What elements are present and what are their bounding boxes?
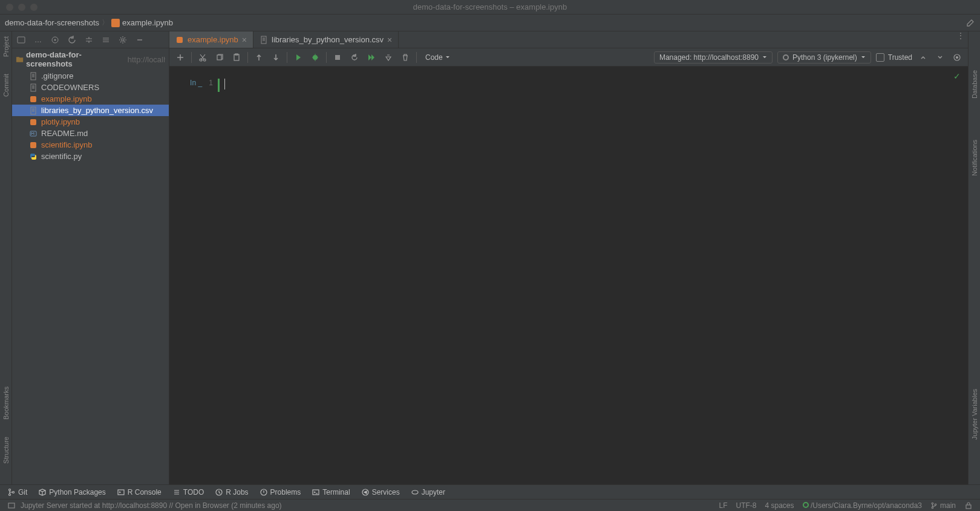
close-window-button[interactable] (6, 4, 13, 11)
jupyter-server-select[interactable]: Managed: http://localhost:8890 (654, 51, 773, 63)
file-item[interactable]: scientific.py (12, 151, 169, 162)
problems-tool-button[interactable]: Problems (260, 488, 301, 496)
edit-config-icon[interactable] (965, 18, 975, 28)
file-item[interactable]: plotly.ipynb (12, 116, 169, 128)
breadcrumb-file[interactable]: example.ipynb (111, 18, 173, 27)
warning-icon (260, 488, 268, 496)
lock-icon[interactable] (964, 501, 973, 510)
notebook-content[interactable]: ✓ In _ 1 (169, 67, 968, 484)
collapse-up-button[interactable] (917, 51, 929, 63)
tabs-more-button[interactable]: ⋮ (957, 31, 968, 48)
svg-point-21 (956, 56, 958, 58)
project-view-select[interactable] (16, 34, 27, 45)
git-branch-status[interactable]: main (930, 501, 956, 510)
project-root[interactable]: demo-data-for-screenshots http://localh (12, 48, 169, 70)
svg-rect-35 (966, 505, 971, 509)
debug-cell-button[interactable] (309, 51, 321, 63)
notifications-tool-button[interactable]: Notifications (971, 137, 978, 178)
select-opened-file-button[interactable] (50, 34, 60, 45)
cell-prompt: In _ 1 (175, 79, 218, 92)
cell-type-select[interactable]: Code (422, 52, 454, 63)
file-list: .gitignoreCODEOWNERSexample.ipynblibrari… (12, 70, 169, 484)
paste-cell-button[interactable] (230, 51, 243, 63)
stop-button[interactable] (332, 51, 344, 63)
commit-tool-button[interactable]: Commit (2, 71, 10, 99)
svg-rect-0 (18, 37, 25, 43)
git-tool-button[interactable]: Git (7, 488, 27, 496)
nb-file-icon (29, 118, 38, 126)
file-item[interactable]: CODEOWNERS (12, 82, 169, 93)
hide-panel-button[interactable] (134, 34, 145, 45)
file-item[interactable]: README.md (12, 128, 169, 139)
clear-outputs-button[interactable] (382, 51, 394, 63)
breadcrumb-project[interactable]: demo-data-for-screenshots (5, 18, 99, 27)
cut-cell-button[interactable] (197, 51, 209, 63)
branch-icon (930, 502, 938, 509)
kernel-select[interactable]: Python 3 (ipykernel) (777, 51, 871, 63)
notebook-settings-button[interactable] (951, 51, 963, 63)
project-tool-button[interactable]: Project (2, 34, 10, 59)
left-tool-rail: Project Commit Bookmarks Structure (0, 31, 12, 484)
cell-input[interactable] (218, 79, 962, 92)
file-name: libraries_by_python_version.csv (41, 106, 153, 115)
py-file-icon (29, 152, 38, 161)
indent-status[interactable]: 4 spaces (765, 501, 794, 510)
file-item[interactable]: libraries_by_python_version.csv (12, 105, 169, 116)
run-all-button[interactable] (365, 51, 377, 63)
code-cell[interactable]: In _ 1 (175, 79, 962, 92)
copy-cell-button[interactable] (214, 51, 226, 63)
trusted-label: Trusted (888, 53, 912, 62)
encoding-status[interactable]: UTF-8 (736, 501, 757, 510)
jupyter-variables-tool-button[interactable]: Jupyter Variables (971, 386, 978, 442)
python-packages-tool-button[interactable]: Python Packages (38, 488, 105, 496)
editor-tab[interactable]: example.ipynb× (169, 31, 253, 48)
run-cell-button[interactable] (292, 51, 304, 63)
maximize-window-button[interactable] (30, 4, 38, 11)
more-options-button[interactable]: … (33, 34, 44, 45)
package-icon (38, 488, 47, 496)
todo-tool-button[interactable]: TODO (172, 488, 204, 496)
svg-point-23 (9, 493, 11, 495)
terminal-tool-button[interactable]: Terminal (312, 488, 350, 496)
r-console-tool-button[interactable]: R Console (117, 488, 162, 496)
close-tab-button[interactable]: × (242, 35, 247, 45)
r-jobs-tool-button[interactable]: R Jobs (215, 488, 248, 496)
services-tool-button[interactable]: Services (361, 488, 400, 496)
svg-rect-4 (31, 73, 36, 80)
file-item[interactable]: .gitignore (12, 70, 169, 82)
collapse-down-button[interactable] (934, 51, 946, 63)
restart-kernel-button[interactable] (348, 51, 361, 63)
delete-cell-button[interactable] (399, 51, 411, 63)
bookmarks-tool-button[interactable]: Bookmarks (2, 384, 10, 422)
file-item[interactable]: scientific.ipynb (12, 139, 169, 151)
expand-all-button[interactable] (83, 34, 94, 45)
tab-name: libraries_by_python_version.csv (272, 35, 384, 44)
line-ending-status[interactable]: LF (719, 501, 727, 510)
refresh-button[interactable] (67, 34, 77, 45)
editor-tabs: example.ipynb×libraries_by_python_versio… (169, 31, 968, 48)
database-tool-button[interactable]: Database (971, 68, 978, 101)
svg-rect-6 (30, 96, 36, 102)
svg-rect-8 (30, 119, 36, 125)
settings-gear-icon[interactable] (117, 34, 128, 45)
list-icon (172, 488, 181, 496)
svg-point-18 (313, 55, 318, 60)
file-item[interactable]: example.ipynb (12, 93, 169, 105)
editor-area: example.ipynb×libraries_by_python_versio… (169, 31, 968, 484)
interpreter-status[interactable]: /Users/Ciara.Byrne/opt/anaconda3 (803, 501, 922, 510)
breadcrumb-file-label: example.ipynb (122, 18, 173, 27)
move-cell-up-button[interactable] (253, 51, 265, 63)
collapse-all-button[interactable] (100, 34, 111, 45)
move-cell-down-button[interactable] (270, 51, 282, 63)
close-tab-button[interactable]: × (387, 35, 392, 45)
trusted-checkbox[interactable]: Trusted (876, 53, 912, 62)
minimize-window-button[interactable] (18, 4, 25, 11)
svg-rect-31 (8, 503, 15, 508)
status-message[interactable]: Jupyter Server started at http://localho… (21, 501, 282, 510)
services-icon (361, 488, 370, 496)
editor-tab[interactable]: libraries_by_python_version.csv× (253, 31, 399, 48)
window-title: demo-data-for-screenshots – example.ipyn… (413, 2, 567, 11)
structure-tool-button[interactable]: Structure (2, 434, 10, 466)
jupyter-tool-button[interactable]: Jupyter (411, 488, 445, 496)
add-cell-button[interactable] (174, 51, 186, 63)
